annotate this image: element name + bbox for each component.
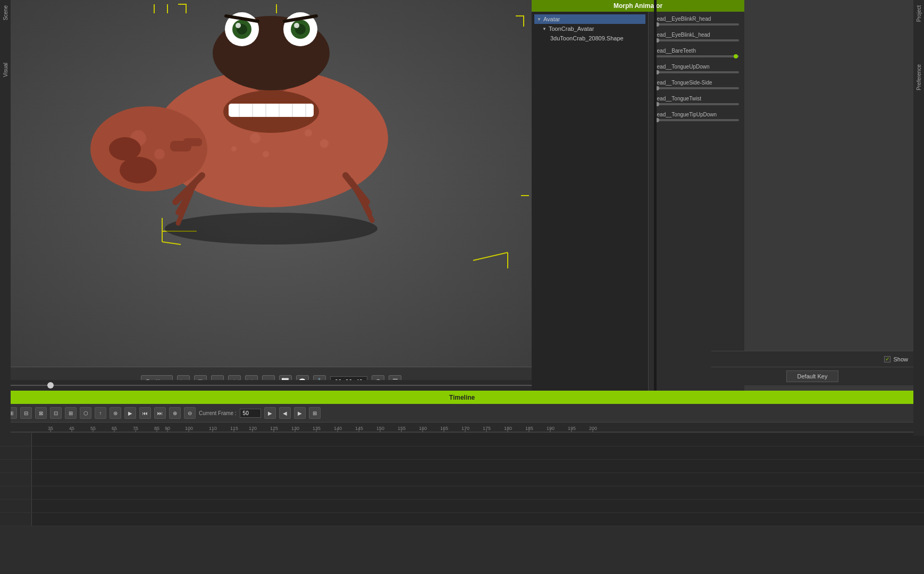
scrubber-handle[interactable]: [47, 382, 54, 389]
track-row-2: [0, 460, 924, 473]
svg-point-13: [250, 133, 261, 144]
tl-btn-11[interactable]: ⏭: [154, 407, 166, 419]
track-label-4: [0, 486, 32, 499]
svg-point-12: [320, 139, 329, 148]
svg-text:185: 185: [525, 426, 533, 431]
track-row-5: [0, 500, 924, 513]
slider-row-6: head__TongueTipUpDown: [654, 112, 739, 121]
svg-text:200: 200: [589, 426, 597, 431]
tree-arrow-avatar: ▼: [537, 17, 541, 22]
slider-track-2[interactable]: [654, 55, 739, 57]
track-content-4[interactable]: [32, 486, 924, 499]
show-area: ✓ Show: [711, 351, 913, 367]
show-label: Show: [893, 356, 908, 362]
tl-btn-13[interactable]: ⊖: [184, 407, 196, 419]
tree-item-avatar[interactable]: ▼ Avatar: [534, 14, 645, 24]
tree-label-tooncrab: ToonCrab_Avatar: [549, 26, 594, 32]
scene-tab[interactable]: Scene: [2, 0, 10, 26]
svg-text:120: 120: [249, 426, 257, 431]
slider-track-4[interactable]: [654, 87, 739, 89]
current-frame-label: Current Frame :: [199, 410, 237, 416]
svg-text:145: 145: [355, 426, 363, 431]
scrubber-area[interactable]: [11, 380, 532, 391]
tl-btn-3[interactable]: ⊠: [35, 407, 47, 419]
track-row-3: [0, 473, 924, 486]
ruler-svg: 0 35 45 55 65 75 85 90 100 110 115 120 1…: [0, 423, 924, 433]
morph-panel-title: Morph Animator: [532, 0, 744, 12]
scrubber-line[interactable]: [11, 385, 532, 386]
track-label-6: [0, 513, 32, 526]
slider-track-3[interactable]: [654, 71, 739, 73]
slider-track-1[interactable]: [654, 39, 739, 41]
track-row-1: [0, 446, 924, 460]
slider-label-1: head__EyeBlinkL_head: [654, 32, 739, 38]
svg-text:135: 135: [313, 426, 321, 431]
tl-btn-15[interactable]: ◀: [279, 407, 291, 419]
track-row-6: [0, 513, 924, 526]
tree-item-tooncrab[interactable]: ▼ ToonCrab_Avatar: [534, 24, 645, 33]
svg-line-3: [473, 252, 508, 260]
default-key-area: Default Key: [711, 367, 913, 385]
tl-btn-4[interactable]: ⊡: [50, 407, 62, 419]
slider-row-4: head__TongueSide-Side: [654, 80, 739, 89]
svg-point-11: [263, 151, 269, 157]
slider-row-5: head__TongueTwist: [654, 96, 739, 105]
track-content-2[interactable]: [32, 460, 924, 472]
slider-label-4: head__TongueSide-Side: [654, 80, 739, 86]
svg-text:130: 130: [291, 426, 299, 431]
tl-btn-6[interactable]: ⬡: [80, 407, 91, 419]
slider-thumb-2[interactable]: [734, 54, 738, 58]
panel-divider[interactable]: [654, 0, 657, 391]
tl-btn-7[interactable]: ↑: [95, 407, 106, 419]
svg-text:115: 115: [230, 426, 238, 431]
track-content-1[interactable]: [32, 446, 924, 459]
svg-point-5: [165, 213, 377, 244]
track-label-3: [0, 473, 32, 486]
track-label-2: [0, 460, 32, 472]
slider-track-6[interactable]: [654, 119, 739, 121]
tl-btn-16[interactable]: ▶: [294, 407, 306, 419]
slider-label-2: head__BareTeeth: [654, 48, 739, 54]
track-content-6[interactable]: [32, 513, 924, 526]
slider-track-0[interactable]: [654, 23, 739, 26]
default-key-button[interactable]: Default Key: [786, 370, 839, 382]
tl-btn-17[interactable]: ⊞: [309, 407, 321, 419]
tree-item-shape[interactable]: 3duToonCrab_20809.Shape: [534, 33, 645, 43]
morph-tree: ▼ Avatar ▼ ToonCrab_Avatar 3duToonCrab_2…: [532, 12, 649, 436]
track-content-0[interactable]: [32, 433, 924, 446]
slider-row-1: head__EyeBlinkL_head: [654, 32, 739, 41]
svg-text:180: 180: [504, 426, 512, 431]
preference-tab[interactable]: Preference: [915, 59, 923, 96]
svg-text:190: 190: [547, 426, 555, 431]
tl-btn-5[interactable]: ⊞: [65, 407, 77, 419]
current-frame-input[interactable]: [240, 409, 261, 418]
viewport-background: [11, 0, 532, 367]
track-content-5[interactable]: [32, 500, 924, 512]
svg-text:110: 110: [209, 426, 217, 431]
track-label-1: [0, 446, 32, 459]
viewport: [11, 0, 532, 367]
slider-row-2: head__BareTeeth: [654, 48, 739, 57]
visual-tab[interactable]: Visual: [2, 57, 10, 82]
tl-btn-14[interactable]: ▶: [264, 407, 276, 419]
left-tabs: Scene Visual: [0, 0, 11, 436]
tl-btn-12[interactable]: ⊕: [169, 407, 181, 419]
svg-text:170: 170: [461, 426, 469, 431]
slider-label-3: head__TongueUpDown: [654, 64, 739, 70]
crab-character: [85, 0, 457, 255]
tl-btn-2[interactable]: ⊟: [20, 407, 32, 419]
svg-rect-41: [183, 138, 202, 146]
svg-text:140: 140: [334, 426, 342, 431]
timeline-ruler: 0 35 45 55 65 75 85 90 100 110 115 120 1…: [0, 423, 924, 433]
show-checkbox[interactable]: ✓: [884, 356, 891, 362]
svg-point-52: [120, 157, 157, 183]
tl-btn-9[interactable]: ▶: [124, 407, 136, 419]
svg-point-24: [236, 23, 241, 28]
svg-point-53: [109, 137, 141, 161]
svg-point-38: [154, 149, 165, 159]
tl-btn-8[interactable]: ⊛: [110, 407, 121, 419]
tl-btn-10[interactable]: ⏮: [139, 407, 151, 419]
slider-track-5[interactable]: [654, 103, 739, 105]
project-tab[interactable]: Project: [915, 0, 923, 27]
track-content-3[interactable]: [32, 473, 924, 486]
